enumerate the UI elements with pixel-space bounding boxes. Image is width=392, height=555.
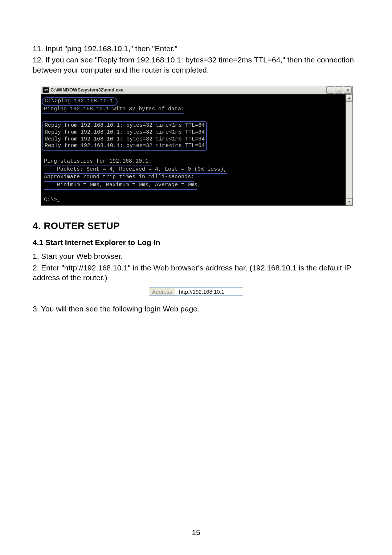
cmd-pinging-line: Pinging 192.168.10.1 with 32 bytes of da…: [42, 106, 184, 114]
cmd-titlebar: C:\ C:\WINDOWS\system32\cmd.exe _ □ ×: [41, 86, 352, 94]
step-12: 12. If you can see "Reply from 192.168.1…: [33, 55, 359, 75]
cmd-reply-1: Reply from 192.168.10.1: bytes=32 time<1…: [45, 122, 205, 128]
cmd-stats-2: Packets: Sent = 4, Received = 4, Lost = …: [44, 166, 227, 174]
scroll-up-button[interactable]: ▲: [346, 94, 352, 102]
page-number: 15: [0, 528, 392, 537]
maximize-button[interactable]: □: [335, 86, 343, 94]
minimize-button[interactable]: _: [326, 86, 334, 94]
subsection-heading: 4.1 Start Internet Explorer to Log In: [33, 238, 359, 247]
scroll-track[interactable]: [346, 102, 352, 199]
cmd-reply-2: Reply from 192.168.10.1: bytes=32 time<1…: [45, 129, 205, 135]
step-4-1-1: 1. Start your Web browser.: [33, 251, 359, 261]
cmd-reply-3: Reply from 192.168.10.1: bytes=32 time<1…: [45, 136, 205, 142]
cmd-window: C:\ C:\WINDOWS\system32\cmd.exe _ □ × C:…: [41, 86, 353, 206]
step-11: 11. Input "ping 192.168.10.1," then "Ent…: [33, 44, 359, 53]
cmd-input-highlight: C:\>ping 192.168.10.1: [42, 97, 118, 106]
step-4-1-2: 2. Enter "http://192.168.10.1" in the We…: [33, 263, 359, 283]
cmd-stats-3: Approximate round trip times in milli-se…: [44, 174, 194, 182]
address-value[interactable]: http://192.168.10.1: [175, 288, 243, 295]
section-heading: 4. ROUTER SETUP: [33, 220, 359, 232]
cmd-reply-4: Reply from 192.168.10.1: bytes=32 time<1…: [45, 143, 205, 149]
cmd-reply-block: Reply from 192.168.10.1: bytes=32 time<1…: [42, 121, 207, 151]
cmd-title: C:\WINDOWS\system32\cmd.exe: [50, 87, 326, 93]
cmd-stats-4: Minimum = 0ms, Maximum = 0ms, Average = …: [44, 182, 197, 190]
cmd-body: C:\>ping 192.168.10.1 Pinging 192.168.10…: [41, 94, 346, 206]
address-label: Address: [149, 288, 175, 295]
scroll-down-button[interactable]: ▼: [346, 198, 352, 205]
step-4-1-3: 3. You will then see the following login…: [33, 304, 359, 314]
address-bar: Address http://192.168.10.1: [149, 287, 243, 296]
cmd-prompt: C:\>_: [44, 197, 60, 203]
cmd-stats-1: Ping statistics for 192.168.10.1:: [44, 158, 152, 166]
scrollbar[interactable]: ▲ ▼: [346, 94, 352, 206]
close-button[interactable]: ×: [344, 86, 352, 94]
cmd-icon: C:\: [42, 87, 49, 93]
